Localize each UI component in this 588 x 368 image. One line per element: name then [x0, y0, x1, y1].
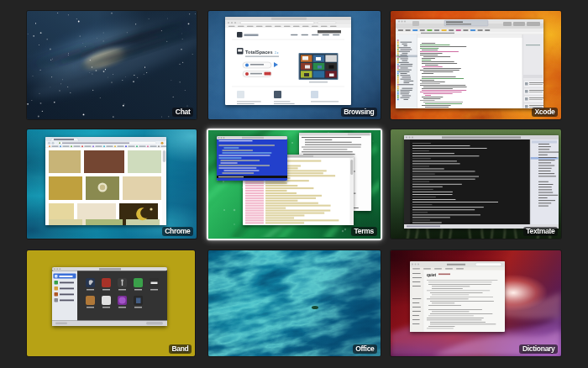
svg-text:2.x: 2.x [275, 51, 279, 55]
svg-text:quiet: quiet [427, 273, 436, 277]
svg-text:TotalSpaces: TotalSpaces [245, 50, 273, 55]
